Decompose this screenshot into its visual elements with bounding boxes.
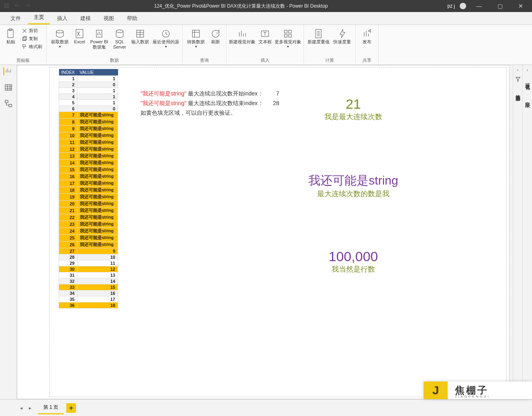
- group-label-clipboard: 剪贴板: [2, 57, 44, 64]
- card-max-consecutive[interactable]: 21 我是最大连续次数: [309, 96, 397, 122]
- table-visual[interactable]: INDEX VALUE 1120314151607我还可能是string8我还可…: [59, 69, 118, 308]
- table-row[interactable]: 2911: [59, 260, 118, 266]
- table-row[interactable]: 14我还可能是string: [59, 160, 118, 166]
- table-row[interactable]: 279: [59, 248, 118, 254]
- table-row[interactable]: 41: [59, 94, 118, 100]
- table-row[interactable]: 3517: [59, 296, 118, 302]
- table-row[interactable]: 22我还可能是string: [59, 214, 118, 221]
- excel-button[interactable]: Excel: [71, 26, 88, 45]
- cut-button[interactable]: 剪切: [20, 27, 44, 34]
- paste-button[interactable]: 粘贴: [2, 26, 19, 45]
- group-clipboard: 粘贴 剪切 复制 格式刷 剪贴板: [0, 25, 47, 65]
- svg-rect-13: [284, 34, 287, 37]
- table-row[interactable]: 12我还可能是string: [59, 146, 118, 153]
- undo-icon[interactable]: [14, 3, 20, 10]
- page-tab-1[interactable]: 第 1 页: [38, 402, 64, 414]
- transform-data-button[interactable]: 转换数据▾: [185, 26, 207, 49]
- publish-button[interactable]: 发布: [358, 26, 376, 45]
- col-header-value[interactable]: VALUE: [77, 69, 118, 76]
- avatar[interactable]: [460, 3, 466, 9]
- table-row[interactable]: 16我还可能是string: [59, 173, 118, 180]
- refresh-button[interactable]: 刷新: [208, 26, 224, 45]
- svg-rect-11: [284, 30, 287, 33]
- table-row[interactable]: 3113: [59, 272, 118, 278]
- group-label-insert: 插入: [229, 57, 301, 64]
- copy-button[interactable]: 复制: [20, 35, 44, 43]
- format-painter-button[interactable]: 格式刷: [20, 43, 44, 51]
- table-row[interactable]: 3618: [59, 302, 118, 308]
- titlebar: 124_优化_Power Pivot&Power BI DAX优化计算最大连续次…: [0, 0, 532, 12]
- table-row[interactable]: 21我还可能是string: [59, 207, 118, 214]
- maximize-button[interactable]: ▢: [492, 3, 508, 9]
- pane-visualizations[interactable]: ‹ 可视化 字段: [522, 65, 532, 399]
- card-row-count[interactable]: 100,000 我当然是行数: [305, 249, 402, 274]
- table-row[interactable]: 13我还可能是string: [59, 153, 118, 160]
- table-row[interactable]: 11: [59, 76, 118, 82]
- new-visual-button[interactable]: 新建视觉对象: [229, 26, 255, 45]
- table-row[interactable]: 25我还可能是string: [59, 235, 118, 241]
- user-name[interactable]: pz j: [447, 3, 455, 9]
- table-row[interactable]: 8我还可能是string: [59, 119, 118, 126]
- tab-help[interactable]: 帮助: [121, 12, 143, 24]
- table-row[interactable]: 31: [59, 88, 118, 94]
- tab-file[interactable]: 文件: [5, 12, 26, 24]
- table-row[interactable]: 3416: [59, 290, 118, 296]
- page-scroll-left[interactable]: ◂: [20, 405, 26, 411]
- tab-view[interactable]: 视图: [98, 12, 120, 24]
- table-row[interactable]: 2810: [59, 254, 118, 260]
- table-row[interactable]: 3012: [59, 266, 118, 272]
- table-row[interactable]: 24我还可能是string: [59, 228, 118, 235]
- right-panes: ‹ 筛选器 ‹ 可视化 字段: [513, 65, 532, 399]
- group-insert: 新建视觉对象 文本框 更多视觉对象▾ 插入: [226, 25, 304, 65]
- table-row[interactable]: 20: [59, 82, 118, 88]
- table-row[interactable]: 15我还可能是string: [59, 166, 118, 173]
- recent-sources-button[interactable]: 最近使用的源▾: [152, 26, 180, 49]
- table-row[interactable]: 60: [59, 106, 118, 112]
- svg-point-6: [116, 30, 123, 32]
- new-measure-button[interactable]: 新建度量值: [306, 26, 330, 45]
- data-view-icon[interactable]: [4, 83, 12, 91]
- quick-measure-button[interactable]: 快速度量: [331, 26, 353, 45]
- tab-home[interactable]: 主页: [28, 11, 50, 24]
- table-row[interactable]: 10我还可能是string: [59, 132, 118, 139]
- table-row[interactable]: 23我还可能是string: [59, 221, 118, 228]
- tab-model[interactable]: 建模: [75, 12, 96, 24]
- redo-icon[interactable]: [25, 3, 31, 10]
- more-visuals-button[interactable]: 更多视觉对象▾: [275, 26, 301, 49]
- table-row[interactable]: 17我还可能是string: [59, 180, 118, 187]
- close-button[interactable]: ✕: [513, 3, 529, 9]
- pane-filters[interactable]: ‹ 筛选器: [513, 65, 522, 399]
- col-header-index[interactable]: INDEX: [59, 69, 77, 76]
- funnel-icon: [515, 76, 521, 83]
- notes-textbox[interactable]: "我还可能是string" 最大连续出现次数开始index：7 "我还可能是st…: [141, 89, 309, 118]
- ribbon-tabs: 文件 主页 插入 建模 视图 帮助: [0, 12, 532, 25]
- tab-insert[interactable]: 插入: [51, 12, 73, 24]
- table-row[interactable]: 11我还可能是string: [59, 139, 118, 146]
- enter-data-button[interactable]: 输入数据: [129, 26, 151, 45]
- table-row[interactable]: 19我还可能是string: [59, 194, 118, 201]
- minimize-button[interactable]: —: [471, 3, 487, 9]
- sql-server-button[interactable]: SQL Server: [111, 26, 128, 50]
- svg-rect-0: [8, 30, 13, 37]
- group-label-share: 共享: [358, 57, 376, 64]
- table-row[interactable]: 3315: [59, 284, 118, 290]
- report-view-icon[interactable]: [3, 67, 11, 75]
- card-string-value[interactable]: 我还可能是string 最大连续次数的数是我: [289, 172, 418, 199]
- table-row[interactable]: 3214: [59, 278, 118, 284]
- group-data: 获取数据▾ Excel Power BI 数据集 SQL Server 输入数据…: [47, 25, 183, 65]
- page-scroll-right[interactable]: ▸: [29, 405, 35, 411]
- table-row[interactable]: 18我还可能是string: [59, 187, 118, 194]
- group-label-calc: 计算: [306, 57, 353, 64]
- table-row[interactable]: 20我还可能是string: [59, 201, 118, 207]
- get-data-button[interactable]: 获取数据▾: [49, 26, 71, 49]
- table-row[interactable]: 51: [59, 100, 118, 106]
- svg-rect-12: [289, 30, 291, 33]
- save-icon[interactable]: [4, 3, 10, 10]
- table-row[interactable]: 7我还可能是string: [59, 112, 118, 119]
- table-row[interactable]: 9我还可能是string: [59, 126, 118, 132]
- textbox-button[interactable]: 文本框: [256, 26, 274, 45]
- add-page-button[interactable]: +: [66, 403, 76, 413]
- pbi-dataset-button[interactable]: Power BI 数据集: [88, 26, 110, 50]
- table-row[interactable]: 26我还可能是string: [59, 241, 118, 248]
- model-view-icon[interactable]: [4, 99, 12, 108]
